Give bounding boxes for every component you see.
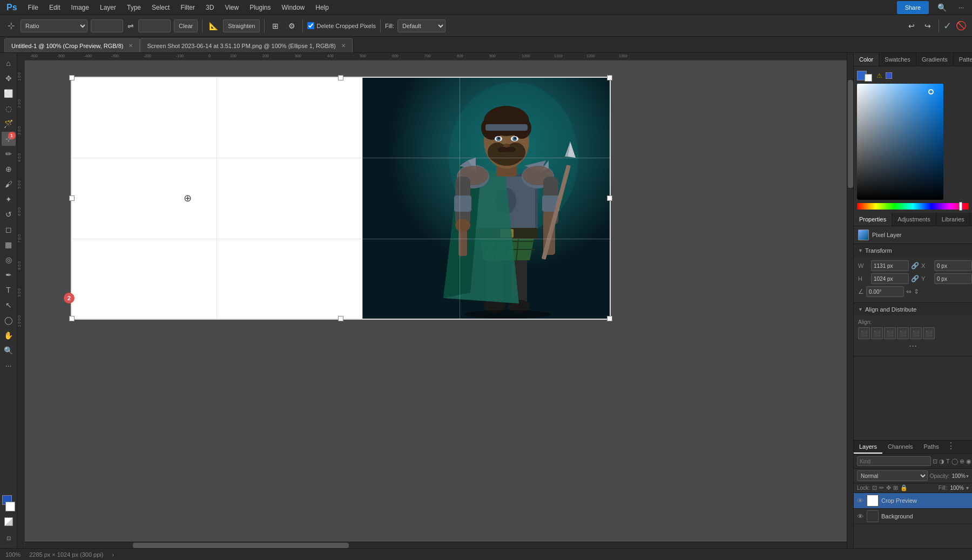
bg-swatch[interactable] bbox=[865, 74, 872, 82]
share-button[interactable]: Share bbox=[897, 1, 929, 14]
crop-handle-bl[interactable] bbox=[69, 316, 75, 321]
align-top-edges[interactable]: ⬛ bbox=[897, 327, 909, 339]
tab-close-untitled1[interactable]: ✕ bbox=[129, 43, 133, 49]
hand-tool[interactable]: ✋ bbox=[2, 328, 16, 342]
fill-dropdown[interactable]: ▾ bbox=[966, 485, 969, 491]
patterns-tab[interactable]: Patterns bbox=[954, 53, 972, 66]
x-input[interactable] bbox=[934, 260, 972, 271]
status-arrow[interactable]: › bbox=[112, 551, 114, 558]
align-v-center[interactable]: ⬛ bbox=[910, 327, 922, 339]
channels-tab[interactable]: Channels bbox=[882, 441, 918, 454]
crop-handle-br[interactable] bbox=[607, 316, 612, 321]
menu-window[interactable]: Window bbox=[280, 3, 307, 12]
tab-screenshot[interactable]: Screen Shot 2023-06-14 at 3.51.10 PM.png… bbox=[140, 38, 352, 52]
lock-position-icon[interactable]: ✥ bbox=[886, 484, 891, 491]
background-color[interactable] bbox=[5, 502, 15, 511]
clear-button[interactable]: Clear bbox=[174, 19, 198, 32]
home-tool[interactable]: ⌂ bbox=[2, 56, 16, 70]
pen-tool[interactable]: ✒ bbox=[2, 268, 16, 282]
layers-panel-menu[interactable]: ⋮ bbox=[944, 441, 957, 454]
properties-tab[interactable]: Properties bbox=[854, 213, 892, 226]
layer-crop-preview[interactable]: 👁 Crop Preview bbox=[854, 493, 972, 509]
app-logo[interactable]: Ps bbox=[4, 2, 19, 14]
align-right-edges[interactable]: ⬛ bbox=[884, 327, 896, 339]
settings-icon[interactable]: ⚙ bbox=[285, 19, 298, 32]
ratio-width-input[interactable] bbox=[91, 19, 123, 32]
redo-icon[interactable]: ↪ bbox=[921, 19, 934, 32]
link-icon[interactable]: 🔗 bbox=[911, 262, 919, 269]
libraries-tab[interactable]: Libraries bbox=[936, 213, 970, 226]
lock-all-icon[interactable]: 🔒 bbox=[900, 484, 908, 491]
menu-image[interactable]: Image bbox=[69, 3, 91, 12]
align-bottom-edges[interactable]: ⬛ bbox=[923, 327, 935, 339]
menu-3d[interactable]: 3D bbox=[204, 3, 216, 12]
filter-type-btn[interactable]: T bbox=[946, 456, 950, 467]
gradients-tab[interactable]: Gradients bbox=[916, 53, 954, 66]
blend-mode-select[interactable]: Normal Multiply Screen Overlay bbox=[857, 470, 928, 481]
crop-tool[interactable]: ⊹ 1 bbox=[2, 132, 16, 146]
delete-cropped-pixels-label[interactable]: Delete Cropped Pixels bbox=[307, 22, 375, 29]
move-tool[interactable]: ✥ bbox=[2, 71, 16, 85]
eyedropper-tool[interactable]: ✏ bbox=[2, 147, 16, 161]
menu-file[interactable]: File bbox=[26, 3, 40, 12]
commit-crop-icon[interactable]: ✓ bbox=[943, 20, 951, 32]
lock-pixels-icon[interactable]: ✏ bbox=[879, 484, 884, 491]
ratio-select[interactable]: Ratio W x H x Resolution Original Ratio bbox=[21, 19, 87, 32]
more-button[interactable]: ··· bbox=[858, 339, 968, 353]
crop-handle-mr[interactable] bbox=[607, 195, 612, 201]
path-select-tool[interactable]: ↖ bbox=[2, 298, 16, 312]
quick-select-tool[interactable]: 🪄 bbox=[2, 117, 16, 131]
lock-artboard-icon[interactable]: ⊞ bbox=[893, 484, 898, 491]
crop-handle-tr[interactable] bbox=[607, 75, 612, 80]
quick-mask-btn[interactable] bbox=[2, 515, 16, 529]
color-tab[interactable]: Color bbox=[854, 53, 879, 66]
layers-tab[interactable]: Layers bbox=[854, 441, 882, 454]
flip-v-icon[interactable]: ⇕ bbox=[914, 288, 919, 295]
lock-transparent-icon[interactable]: ⊡ bbox=[872, 484, 877, 491]
filter-shape-btn[interactable]: ◯ bbox=[951, 456, 958, 467]
h-scrollbar[interactable] bbox=[25, 542, 847, 548]
more-tools[interactable]: ··· bbox=[2, 359, 16, 373]
grid-icon[interactable]: ⊞ bbox=[269, 19, 282, 32]
lasso-tool[interactable]: ◌ bbox=[2, 102, 16, 116]
opacity-control[interactable]: 100% ▾ bbox=[951, 473, 969, 479]
screen-mode-btn[interactable]: ⊡ bbox=[2, 531, 16, 545]
shape-tool[interactable]: ◯ bbox=[2, 313, 16, 327]
filter-adjustment-btn[interactable]: ◑ bbox=[939, 456, 944, 467]
h-scrollbar-thumb[interactable] bbox=[133, 543, 349, 548]
paths-tab[interactable]: Paths bbox=[919, 441, 944, 454]
y-input[interactable] bbox=[934, 273, 972, 284]
history-brush-tool[interactable]: ↺ bbox=[2, 207, 16, 221]
layers-search-input[interactable] bbox=[857, 456, 931, 466]
swatches-tab[interactable]: Swatches bbox=[879, 53, 916, 66]
ratio-height-input[interactable] bbox=[138, 19, 171, 32]
layer-vis-crop[interactable]: 👁 bbox=[857, 497, 864, 505]
filter-pixel-btn[interactable]: ⊡ bbox=[933, 456, 937, 467]
delete-cropped-checkbox[interactable] bbox=[307, 22, 314, 29]
type-tool[interactable]: T bbox=[2, 283, 16, 297]
zoom-display[interactable]: 100% bbox=[5, 551, 21, 558]
zoom-tool[interactable]: 🔍 bbox=[2, 343, 16, 357]
layer-background[interactable]: 👁 Background bbox=[854, 509, 972, 524]
transform-header[interactable]: ▼ Transform bbox=[854, 244, 972, 257]
crop-handle-tl[interactable] bbox=[69, 75, 75, 80]
clone-tool[interactable]: ✦ bbox=[2, 192, 16, 206]
search-icon[interactable]: 🔍 bbox=[935, 1, 948, 14]
straighten-button[interactable]: Straighten bbox=[223, 19, 260, 32]
tab-close-screenshot[interactable]: ✕ bbox=[341, 43, 346, 49]
fill-select[interactable]: Default White Black Transparent bbox=[397, 19, 446, 32]
align-left-edges[interactable]: ⬛ bbox=[858, 327, 870, 339]
color-saturation-brightness[interactable] bbox=[857, 84, 943, 200]
menu-plugins[interactable]: Plugins bbox=[247, 3, 273, 12]
align-header[interactable]: ▼ Align and Distribute bbox=[854, 303, 972, 316]
menu-type[interactable]: Type bbox=[125, 3, 143, 12]
menu-edit[interactable]: Edit bbox=[47, 3, 63, 12]
brush-tool[interactable]: 🖌 bbox=[2, 177, 16, 191]
color-swatch[interactable] bbox=[1, 495, 16, 511]
undo-icon[interactable]: ↩ bbox=[905, 19, 918, 32]
straighten-icon[interactable]: 📐 bbox=[207, 19, 220, 32]
filter-toggle-btn[interactable]: ◉ bbox=[966, 456, 971, 467]
width-input[interactable] bbox=[871, 260, 909, 271]
crop-handle-ml[interactable] bbox=[69, 195, 75, 201]
eraser-tool[interactable]: ◻ bbox=[2, 222, 16, 237]
